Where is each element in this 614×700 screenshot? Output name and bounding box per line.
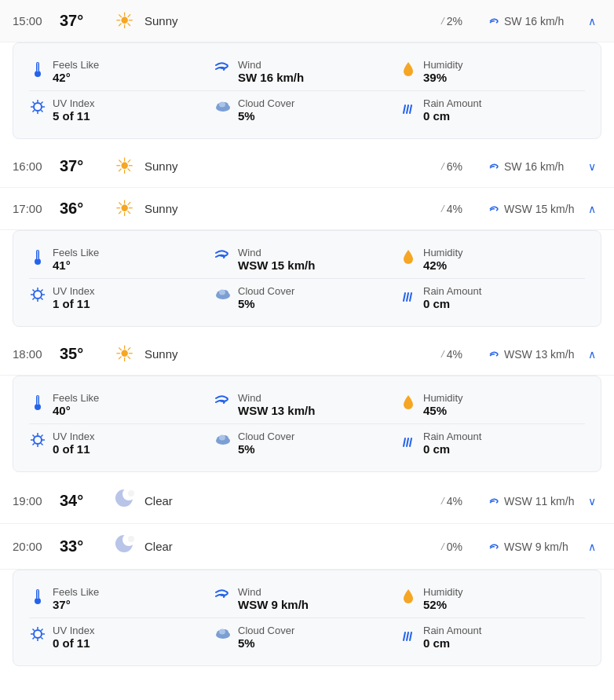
svg-line-56 bbox=[410, 438, 411, 446]
wind-icon bbox=[488, 15, 501, 27]
hour-row[interactable]: 17:00 36° ☀ Sunny /4% WSW 15 km/h ∧ bbox=[0, 188, 614, 230]
hour-row[interactable]: 19:00 34° Clear /4% WSW 11 km/h bbox=[0, 478, 614, 524]
hour-time: 15:00 bbox=[13, 14, 60, 27]
svg-point-66 bbox=[34, 630, 42, 638]
humidity-value: 42% bbox=[423, 258, 463, 272]
cloud-value: 5% bbox=[238, 109, 294, 123]
rain-label: Rain Amount bbox=[423, 285, 481, 297]
svg-point-15 bbox=[219, 102, 225, 108]
wind-value: WSW 13 km/h bbox=[238, 404, 315, 417]
humidity-icon bbox=[400, 588, 417, 609]
hour-row[interactable]: 15:00 37° ☀ Sunny /2% SW 16 km/h ∧ bbox=[0, 0, 614, 42]
svg-point-34 bbox=[219, 290, 225, 295]
sun-icon: ☀ bbox=[115, 8, 134, 34]
hour-precip: /2% bbox=[441, 15, 488, 27]
hour-row[interactable]: 20:00 33° Clear /0% WSW 9 km/h bbox=[0, 524, 614, 570]
svg-point-39 bbox=[35, 404, 41, 410]
svg-point-62 bbox=[128, 536, 134, 542]
hour-precip: /4% bbox=[441, 348, 488, 361]
svg-line-27 bbox=[33, 290, 35, 291]
uv-icon bbox=[29, 626, 46, 646]
uv-cell: UV Index 0 of 11 bbox=[29, 625, 214, 650]
chevron-up-icon[interactable]: ∧ bbox=[583, 203, 601, 215]
hour-wind: WSW 9 km/h bbox=[488, 541, 583, 553]
svg-point-53 bbox=[219, 435, 225, 441]
cloud-cell: Cloud Cover 5% bbox=[214, 97, 400, 123]
weather-icon: ☀ bbox=[107, 8, 141, 34]
hour-condition: Clear bbox=[141, 494, 441, 508]
wind-cell: Wind SW 16 km/h bbox=[214, 59, 400, 84]
svg-point-22 bbox=[34, 291, 42, 299]
feels-like-value: 42° bbox=[53, 71, 99, 84]
svg-line-55 bbox=[407, 438, 408, 446]
svg-line-29 bbox=[41, 290, 42, 291]
uv-icon bbox=[29, 432, 46, 452]
svg-line-37 bbox=[410, 293, 411, 301]
feels-like-value: 40° bbox=[53, 404, 99, 417]
rain-cell: Rain Amount 0 cm bbox=[400, 97, 585, 123]
hour-time: 20:00 bbox=[13, 540, 60, 553]
uv-label: UV Index bbox=[53, 625, 94, 636]
hour-temp: 35° bbox=[60, 345, 107, 363]
humidity-value: 39% bbox=[423, 71, 463, 84]
feels-like-value: 41° bbox=[53, 258, 99, 272]
hour-temp: 37° bbox=[60, 157, 107, 175]
rain-label: Rain Amount bbox=[423, 431, 481, 442]
feels-like-label: Feels Like bbox=[53, 59, 99, 71]
wind-icon bbox=[488, 203, 501, 215]
humidity-label: Humidity bbox=[423, 59, 463, 71]
rain-icon bbox=[400, 99, 417, 120]
hour-precip: /6% bbox=[441, 160, 488, 173]
uv-value: 1 of 11 bbox=[53, 297, 94, 310]
uv-label: UV Index bbox=[53, 97, 94, 109]
svg-line-9 bbox=[41, 110, 42, 112]
detail-row-2: UV Index 1 of 11 bbox=[29, 279, 585, 317]
humidity-label: Humidity bbox=[423, 247, 463, 258]
svg-rect-21 bbox=[37, 251, 38, 259]
hour-row[interactable]: 16:00 37° ☀ Sunny /6% SW 16 km/h ∨ bbox=[0, 145, 614, 188]
hour-wind: WSW 11 km/h bbox=[488, 495, 583, 508]
wind-detail-icon bbox=[214, 588, 232, 606]
rain-icon bbox=[400, 626, 417, 647]
humidity-cell: Humidity 42% bbox=[400, 247, 585, 272]
uv-icon bbox=[29, 99, 46, 119]
wind-label: Wind bbox=[238, 392, 315, 404]
feels-like-label: Feels Like bbox=[53, 247, 99, 258]
svg-point-64 bbox=[35, 598, 41, 604]
svg-line-46 bbox=[33, 435, 35, 437]
chevron-down-icon[interactable]: ∨ bbox=[583, 160, 601, 173]
moon-icon bbox=[112, 486, 136, 515]
chevron-up-icon[interactable]: ∧ bbox=[583, 15, 601, 27]
cloud-icon bbox=[214, 626, 232, 643]
cloud-label: Cloud Cover bbox=[238, 285, 294, 297]
svg-line-73 bbox=[41, 629, 42, 631]
hour-time: 19:00 bbox=[13, 494, 60, 508]
weather-icon: ☀ bbox=[107, 196, 141, 222]
hour-wind: WSW 13 km/h bbox=[488, 348, 583, 361]
cloud-label: Cloud Cover bbox=[238, 431, 294, 442]
chevron-down-icon[interactable]: ∨ bbox=[583, 495, 601, 508]
humidity-cell: Humidity 39% bbox=[400, 59, 585, 84]
wind-detail-icon bbox=[214, 248, 232, 266]
chevron-up-icon[interactable]: ∧ bbox=[583, 348, 601, 361]
svg-line-71 bbox=[33, 629, 35, 631]
chevron-up-icon[interactable]: ∧ bbox=[583, 541, 601, 553]
rain-value: 0 cm bbox=[423, 442, 481, 456]
hour-row[interactable]: 18:00 35° ☀ Sunny /4% WSW 13 km/h ∧ bbox=[0, 333, 614, 376]
wind-icon bbox=[488, 541, 501, 553]
svg-line-8 bbox=[33, 102, 35, 104]
detail-row-1: Feels Like 40° Wind bbox=[29, 386, 585, 424]
uv-cell: UV Index 0 of 11 bbox=[29, 431, 214, 456]
humidity-label: Humidity bbox=[423, 586, 463, 598]
thermometer-icon bbox=[29, 394, 46, 415]
svg-line-81 bbox=[410, 632, 411, 640]
svg-line-48 bbox=[41, 435, 42, 437]
weather-icon bbox=[107, 486, 141, 515]
feels-like-cell: Feels Like 41° bbox=[29, 247, 214, 272]
cloud-icon bbox=[214, 287, 232, 303]
uv-cell: UV Index 5 of 11 bbox=[29, 97, 214, 123]
feels-like-label: Feels Like bbox=[53, 586, 99, 598]
svg-line-54 bbox=[404, 438, 405, 446]
cloud-value: 5% bbox=[238, 442, 294, 456]
hour-time: 18:00 bbox=[13, 347, 60, 361]
